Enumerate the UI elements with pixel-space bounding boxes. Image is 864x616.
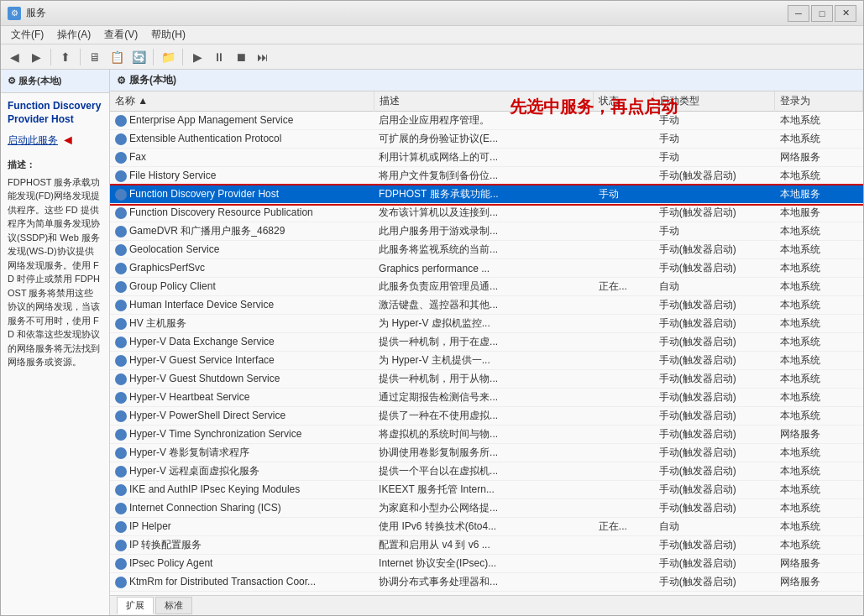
cell-status [594,315,654,333]
cell-status: 正在... [594,518,654,536]
tab-extend[interactable]: 扩展 [117,597,154,614]
forward-button[interactable]: ▶ [26,47,46,67]
cell-starttype: 手动 [654,130,775,149]
services-table-container[interactable]: 名称 ▲ 描述 状态 启动类型 登录为 Enterprise App Manag… [110,91,863,595]
service-name: Hyper-V Guest Service Interface [129,354,275,366]
table-row[interactable]: Group Policy Client此服务负责应用管理员通...正在...自动… [110,278,863,296]
app-icon: ⚙ [8,7,21,20]
table-row[interactable]: Hyper-V 远程桌面虚拟化服务提供一个平台以在虚拟机...手动(触发器启动)… [110,462,863,481]
table-row[interactable]: KtmRm for Distributed Transaction Coor..… [110,573,863,592]
table-row[interactable]: Human Interface Device Service激活键盘、遥控器和其… [110,296,863,315]
cell-desc: 使用 IPv6 转换技术(6to4... [374,518,594,536]
col-header-status[interactable]: 状态 [594,91,654,112]
properties-button[interactable]: 📋 [107,47,127,67]
menu-file[interactable]: 文件(F) [4,26,50,44]
cell-name: Hyper-V Data Exchange Service [110,333,374,352]
table-row[interactable]: Hyper-V Heartbeat Service通过定期报告检测信号来...手… [110,389,863,407]
table-row[interactable]: Hyper-V Data Exchange Service提供一种机制，用于在虚… [110,333,863,352]
service-icon [115,521,127,533]
table-row[interactable]: GraphicsPerfSvcGraphics performance ...手… [110,259,863,278]
table-row[interactable]: Fax利用计算机或网络上的可...手动网络服务 [110,149,863,167]
table-row[interactable]: Hyper-V PowerShell Direct Service提供了一种在不… [110,407,863,425]
col-header-desc[interactable]: 描述 [374,91,594,112]
cell-status [594,352,654,370]
stop-button[interactable]: ⏹ [231,47,251,67]
table-row[interactable]: Hyper-V Guest Service Interface为 Hyper-V… [110,352,863,370]
show-hide-button[interactable]: 🖥 [85,47,105,67]
service-name: HV 主机服务 [129,317,186,329]
cell-login: 本地系统 [775,167,863,185]
window-controls: ─ □ ✕ [788,5,856,22]
cell-name: GameDVR 和广播用户服务_46829 [110,222,374,241]
cell-name: Hyper-V PowerShell Direct Service [110,407,374,425]
table-row[interactable]: File History Service将用户文件复制到备份位...手动(触发器… [110,167,863,185]
cell-name: IPsec Policy Agent [110,555,374,573]
cell-starttype: 手动(触发器启动) [654,573,775,592]
cell-starttype: 自动 [654,278,775,296]
table-row[interactable]: Function Discovery Provider HostFDPHOST … [110,185,863,204]
table-row[interactable]: IKE and AuthIP IPsec Keying ModulesIKEEX… [110,481,863,499]
service-icon [115,133,127,145]
cell-desc: 通过定期报告检测信号来... [374,389,594,407]
table-row[interactable]: Internet Connection Sharing (ICS)为家庭和小型办… [110,499,863,518]
table-row[interactable]: HV 主机服务为 Hyper-V 虚拟机监控...手动(触发器启动)本地系统 [110,315,863,333]
services-window: ⚙ 服务 ─ □ ✕ 文件(F) 操作(A) 查看(V) 帮助(H) ◀ ▶ ⬆… [0,0,864,616]
cell-starttype: 手动(触发器启动) [654,389,775,407]
cell-login: 本地系统 [775,370,863,389]
tab-standard[interactable]: 标准 [155,597,192,614]
col-header-starttype[interactable]: 启动类型 [654,91,775,112]
restart-button[interactable]: ⏭ [253,47,273,67]
col-header-login[interactable]: 登录为 [775,91,863,112]
cell-starttype: 手动(触发器启动) [654,444,775,462]
back-button[interactable]: ◀ [4,47,24,67]
cell-desc: 为家庭和小型办公网络提... [374,499,594,518]
cell-login: 本地系统 [775,112,863,130]
service-name: Hyper-V PowerShell Direct Service [129,410,285,421]
menu-help[interactable]: 帮助(H) [144,26,192,44]
service-name: File History Service [129,170,216,181]
service-icon [115,392,127,404]
menu-action[interactable]: 操作(A) [50,26,97,44]
pause-button[interactable]: ⏸ [209,47,229,67]
table-row[interactable]: Enterprise App Management Service启用企业应用程… [110,112,863,130]
table-row[interactable]: Hyper-V Guest Shutdown Service提供一种机制，用于从… [110,370,863,389]
window-title: 服务 [26,6,788,20]
service-icon [115,189,127,201]
refresh-button[interactable]: 🔄 [128,47,149,67]
start-service-link[interactable]: 启动此服务 [8,133,58,148]
cell-login: 本地系统 [775,499,863,518]
service-icon [115,244,127,256]
table-row[interactable]: Hyper-V Time Synchronization Service将虚拟机… [110,425,863,444]
cell-starttype: 手动(触发器启动) [654,462,775,481]
cell-name: IKE and AuthIP IPsec Keying Modules [110,481,374,499]
menu-bar: 文件(F) 操作(A) 查看(V) 帮助(H) [1,26,863,44]
main-header-text: 服务(本地) [129,73,176,87]
up-button[interactable]: ⬆ [55,47,76,67]
cell-name: Hyper-V Heartbeat Service [110,389,374,407]
table-row[interactable]: IP Helper使用 IPv6 转换技术(6to4...正在...自动本地系统 [110,518,863,536]
main-panel: ⚙ 服务(本地) 名称 ▲ 描述 状态 启动类型 登录为 E [110,70,863,615]
cell-desc: 此用户服务用于游戏录制... [374,222,594,241]
start-button[interactable]: ▶ [187,47,207,67]
cell-desc: Graphics performance ... [374,259,594,278]
cell-name: Hyper-V Guest Service Interface [110,352,374,370]
table-row[interactable]: IP 转换配置服务配置和启用从 v4 到 v6 ...手动(触发器启动)本地系统 [110,536,863,555]
cell-desc: Internet 协议安全(IPsec)... [374,555,594,573]
maximize-button[interactable]: □ [811,5,833,22]
cell-desc: 配置和启用从 v4 到 v6 ... [374,536,594,555]
service-icon [115,115,127,127]
table-row[interactable]: Hyper-V 卷影复制请求程序协调使用卷影复制服务所...手动(触发器启动)本… [110,444,863,462]
col-header-name[interactable]: 名称 ▲ [110,91,374,112]
table-row[interactable]: Geolocation Service此服务将监视系统的当前...手动(触发器启… [110,241,863,259]
minimize-button[interactable]: ─ [788,5,809,22]
cell-starttype: 手动(触发器启动) [654,259,775,278]
table-row[interactable]: Function Discovery Resource Publication发… [110,204,863,222]
menu-view[interactable]: 查看(V) [97,26,144,44]
service-name: Hyper-V Guest Shutdown Service [129,373,280,384]
table-row[interactable]: IPsec Policy AgentInternet 协议安全(IPsec)..… [110,555,863,573]
table-row[interactable]: GameDVR 和广播用户服务_46829此用户服务用于游戏录制...手动本地系… [110,222,863,241]
arrow-icon: ◄ [61,133,75,148]
export-button[interactable]: 📁 [158,47,178,67]
close-button[interactable]: ✕ [835,5,856,22]
table-row[interactable]: Extensible Authentication Protocol可扩展的身份… [110,130,863,149]
